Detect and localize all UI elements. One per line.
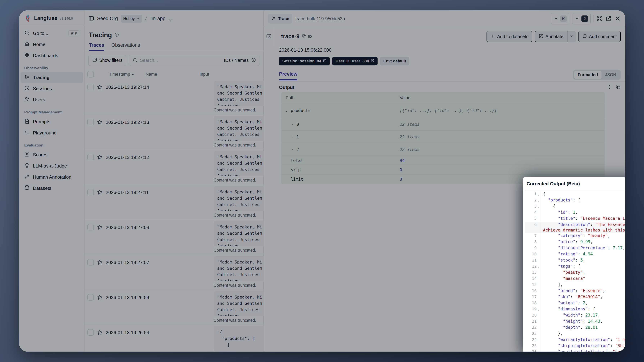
line-gutter: 4⌄ [525, 210, 541, 216]
line-gutter: 25⌄ [525, 343, 541, 349]
line-gutter: 10⌄ [525, 251, 541, 258]
line-gutter: 11⌄ [525, 258, 541, 264]
editor-line[interactable]: 4⌄ "id": 1, [525, 210, 625, 216]
editor-line[interactable]: 20⌄ "width": 23.17, [525, 312, 625, 318]
line-gutter: 26⌄ [525, 349, 541, 352]
line-gutter: 5⌄ [525, 216, 541, 222]
line-gutter: 24⌄ [525, 337, 541, 343]
line-gutter: 9⌄ [525, 245, 541, 251]
line-gutter: 19⌄ [525, 306, 541, 312]
editor-line[interactable]: 2⌄ "products": [ [525, 197, 625, 204]
line-gutter: 18⌄ [525, 300, 541, 306]
line-gutter: 16⌄ [525, 288, 541, 294]
json-editor[interactable]: 1⌄{2⌄ "products": [3⌄ {4⌄ "id": 1,5⌄ "ti… [525, 190, 625, 352]
dialog-title: Corrected Output (Beta) [526, 181, 580, 186]
line-gutter: 15⌄ [525, 282, 541, 288]
editor-line[interactable]: 18⌄ "weight": 2, [525, 300, 625, 306]
line-gutter: 7⌄ [525, 233, 541, 239]
editor-line[interactable]: 11⌄ "stock": 5, [525, 258, 625, 264]
fold-icon[interactable]: ⌄ [537, 204, 540, 210]
editor-line[interactable]: 9⌄ "discountPercentage": 7.17, [525, 245, 625, 251]
fold-icon[interactable]: ⌄ [537, 191, 540, 197]
editor-line[interactable]: 16⌄ "brand": "Essence", [525, 288, 625, 294]
editor-line[interactable]: 24⌄ "warrantyInformation": "1 month warr… [525, 337, 625, 343]
editor-line[interactable]: 25⌄ "shippingInformation": "Ships in 1 m… [525, 343, 625, 349]
line-gutter: 1⌄ [525, 191, 541, 197]
fold-icon[interactable]: ⌄ [537, 197, 540, 204]
fold-icon[interactable]: ⌄ [537, 264, 540, 270]
editor-line[interactable]: 23⌄ }, [525, 331, 625, 337]
app-window: 🪢 Langfuse v3.146.0 Go to... ⌘ K HomeDas… [19, 10, 625, 352]
editor-line[interactable]: 3⌄ { [525, 204, 625, 210]
line-gutter: 8⌄ [525, 239, 541, 245]
editor-line[interactable]: 10⌄ "rating": 4.94, [525, 251, 625, 258]
line-gutter: 6⌄ [525, 222, 541, 233]
line-gutter: 20⌄ [525, 312, 541, 318]
line-gutter: 14⌄ [525, 276, 541, 282]
editor-line[interactable]: 15⌄ ], [525, 282, 625, 288]
editor-line[interactable]: 1⌄{ [525, 191, 625, 197]
editor-line[interactable]: 12⌄ "tags": [ [525, 264, 625, 270]
line-gutter: 17⌄ [525, 294, 541, 300]
line-gutter: 3⌄ [525, 204, 541, 210]
fold-icon[interactable]: ⌄ [537, 306, 540, 312]
editor-line[interactable]: 5⌄ "title": "Essence Mascara Lash Prince… [525, 216, 625, 222]
editor-line[interactable]: 17⌄ "sku": "RCH45Q1A", [525, 294, 625, 300]
line-gutter: 13⌄ [525, 270, 541, 276]
editor-line[interactable]: 21⌄ "height": 14.43, [525, 318, 625, 324]
line-gutter: 2⌄ [525, 197, 541, 204]
editor-line[interactable]: 8⌄ "price": 9.99, [525, 239, 625, 245]
editor-line[interactable]: 26⌄ "availabilityStatus": "Low Stock", [525, 349, 625, 352]
editor-line[interactable]: 7⌄ "category": "beauty", [525, 233, 625, 239]
corrected-output-dialog: Corrected Output (Beta) Saved JSON 1⌄{2⌄… [523, 177, 625, 352]
editor-line[interactable]: 22⌄ "depth": 28.01 [525, 324, 625, 331]
line-gutter: 12⌄ [525, 264, 541, 270]
editor-line[interactable]: 6⌄ "description": "The Essence Mascara L… [525, 222, 625, 233]
editor-line[interactable]: 14⌄ "mascara" [525, 276, 625, 282]
line-gutter: 22⌄ [525, 324, 541, 331]
editor-line[interactable]: 13⌄ "beauty", [525, 270, 625, 276]
line-gutter: 21⌄ [525, 318, 541, 324]
line-gutter: 23⌄ [525, 331, 541, 337]
editor-line[interactable]: 19⌄ "dimensions": { [525, 306, 625, 312]
